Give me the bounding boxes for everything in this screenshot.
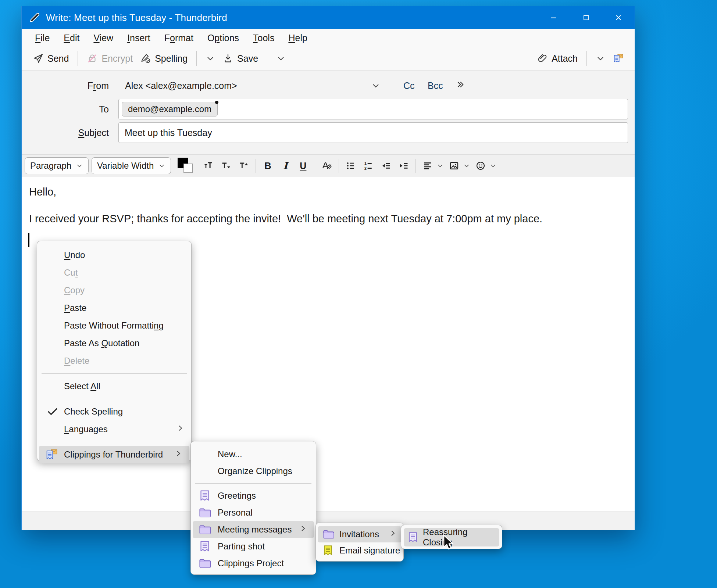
- menu-file[interactable]: File: [30, 31, 55, 45]
- context-menu-item-select-all[interactable]: Select All: [37, 377, 191, 395]
- numbered-list-icon[interactable]: 12: [361, 157, 376, 174]
- body-text: Hello,: [29, 186, 626, 198]
- clippings-icon: [613, 53, 624, 64]
- clippings-menu-item-personal[interactable]: Personal: [191, 504, 316, 521]
- clippings-toolbar-button[interactable]: [609, 50, 627, 67]
- maximize-icon: [582, 13, 591, 22]
- remove-formatting-icon[interactable]: [320, 157, 334, 174]
- chevron-right-icon: [388, 529, 397, 540]
- context-menu-item-paste[interactable]: Paste: [37, 299, 191, 317]
- context-menu-item-undo[interactable]: Undo: [37, 246, 191, 264]
- menu-help[interactable]: Help: [283, 31, 312, 45]
- clipping-document-icon: [198, 489, 211, 502]
- chevron-down-icon: [158, 162, 165, 169]
- bold-button[interactable]: B: [260, 157, 275, 174]
- menu-format[interactable]: Format: [159, 31, 199, 45]
- minimize-button[interactable]: [538, 6, 570, 29]
- chevron-down-icon: [76, 162, 83, 169]
- paragraph-format-select[interactable]: Paragraph: [25, 157, 89, 174]
- checkmark-icon: [47, 406, 58, 417]
- clipping-document-icon: [198, 540, 211, 553]
- text-caret: [28, 233, 29, 247]
- clippings-menu-item-parting-shot[interactable]: Parting shot: [191, 538, 316, 555]
- bcc-button[interactable]: Bcc: [425, 79, 445, 93]
- font-select[interactable]: Variable Width: [92, 157, 171, 174]
- from-dropdown-chevron-icon[interactable]: [371, 81, 381, 92]
- meeting-menu-item-invitations[interactable]: Invitations: [318, 526, 402, 542]
- lock-slash-icon: [87, 53, 98, 64]
- subject-label: Subject: [22, 128, 112, 138]
- context-menu-item-paste-without-formatting[interactable]: Paste Without Formatting: [37, 317, 191, 334]
- clippings-menu-item-new[interactable]: New...: [191, 446, 316, 463]
- context-menu-item-copy: Copy: [37, 282, 191, 299]
- more-addressing-icon[interactable]: [455, 79, 465, 91]
- encrypt-button[interactable]: Encrypt: [83, 50, 136, 67]
- increase-font-size-icon[interactable]: [236, 157, 251, 174]
- alignment-dropdown[interactable]: [420, 157, 444, 174]
- clipping-document-icon: [407, 531, 419, 544]
- svg-text:2: 2: [364, 166, 367, 171]
- context-menu-item-languages[interactable]: Languages: [37, 420, 191, 438]
- body-text: I received your RSVP; thanks for accepti…: [29, 213, 626, 225]
- subject-input[interactable]: Meet up this Tuesday: [118, 122, 628, 143]
- cc-button[interactable]: Cc: [401, 79, 417, 93]
- context-menu-item-check-spelling[interactable]: Check Spelling: [37, 403, 191, 420]
- menu-tools[interactable]: Tools: [248, 31, 279, 45]
- chevron-right-icon: [176, 424, 185, 435]
- from-identity[interactable]: Alex <alex@example.com>: [125, 80, 237, 91]
- image-icon: [447, 157, 461, 174]
- chevron-down-icon: [489, 162, 497, 169]
- font-size-icon[interactable]: [201, 157, 216, 174]
- menu-separator: [42, 442, 187, 442]
- send-button[interactable]: Send: [29, 50, 72, 67]
- maximize-button[interactable]: [570, 6, 602, 29]
- menu-view[interactable]: View: [88, 31, 118, 45]
- close-button[interactable]: [602, 6, 635, 29]
- mouse-cursor-icon: [443, 535, 457, 552]
- clippings-menu-item-clippings-project[interactable]: Clippings Project: [191, 555, 316, 572]
- align-icon: [420, 157, 435, 174]
- menu-insert[interactable]: Insert: [122, 31, 156, 45]
- clippings-menu-item-organize[interactable]: Organize Clippings: [191, 463, 316, 480]
- menu-options[interactable]: Options: [202, 31, 244, 45]
- decrease-font-size-icon[interactable]: [219, 157, 233, 174]
- desktop: Write: Meet up this Tuesday - Thunderbir…: [0, 0, 717, 588]
- menu-separator: [195, 483, 311, 484]
- chevron-right-icon: [174, 449, 183, 460]
- attach-dropdown-chevron-icon[interactable]: [592, 50, 609, 67]
- context-menu-item-cut: Cut: [37, 264, 191, 282]
- spelling-dropdown-chevron-icon[interactable]: [202, 50, 219, 67]
- window-title: Write: Meet up this Tuesday - Thunderbir…: [46, 12, 227, 24]
- meeting-menu-item-email-signature[interactable]: Email signature: [316, 542, 403, 559]
- save-button[interactable]: Save: [219, 50, 262, 67]
- smiley-dropdown[interactable]: [473, 157, 497, 174]
- minimize-icon: [549, 13, 558, 22]
- close-icon: [614, 13, 623, 22]
- menu-edit[interactable]: Edit: [58, 31, 85, 45]
- subject-row: Subject Meet up this Tuesday: [22, 121, 635, 144]
- to-input[interactable]: demo@example.com: [118, 99, 628, 119]
- menu-separator: [42, 373, 187, 374]
- paper-plane-icon: [33, 53, 44, 64]
- chevron-right-icon: [299, 524, 307, 535]
- outdent-icon[interactable]: [379, 157, 393, 174]
- recipient-pill[interactable]: demo@example.com: [122, 102, 218, 116]
- context-menu-item-clippings[interactable]: Clippings for Thunderbird: [39, 446, 189, 463]
- insert-image-dropdown[interactable]: [447, 157, 470, 174]
- italic-button[interactable]: I: [278, 157, 293, 174]
- context-menu-item-paste-as-quotation[interactable]: Paste As Quotation: [37, 334, 191, 352]
- titlebar[interactable]: Write: Meet up this Tuesday - Thunderbir…: [22, 6, 635, 29]
- indent-icon[interactable]: [396, 157, 411, 174]
- underline-button[interactable]: U: [296, 157, 310, 174]
- clippings-menu-item-meeting-messages[interactable]: Meeting messages: [193, 521, 314, 538]
- toolbar-divider: [196, 51, 197, 66]
- background-color-swatch: [183, 164, 193, 173]
- spelling-button[interactable]: Spelling: [136, 50, 191, 67]
- bullet-list-icon[interactable]: [343, 157, 358, 174]
- menubar: File Edit View Insert Format Options Too…: [22, 29, 635, 47]
- save-dropdown-chevron-icon[interactable]: [272, 50, 289, 67]
- folder-icon: [322, 528, 335, 541]
- text-color-picker[interactable]: [178, 157, 195, 175]
- attach-button[interactable]: Attach: [533, 50, 581, 67]
- clippings-menu-item-greetings[interactable]: Greetings: [191, 487, 316, 504]
